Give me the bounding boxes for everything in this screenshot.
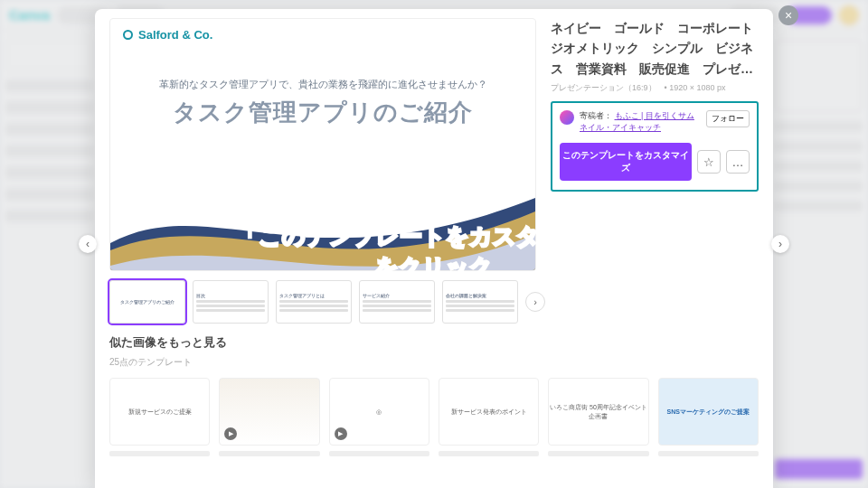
template-action-box: 寄稿者： もふこ | 目を引くサムネイル・アイキャッチ フォロー このテンプレー… <box>551 101 759 192</box>
slide-thumb-2[interactable]: タスク管理アプリとは <box>276 280 352 324</box>
thumbs-next-button[interactable]: › <box>525 292 545 312</box>
similar-card-1[interactable]: ▶ <box>219 378 319 446</box>
play-icon: ▶ <box>335 427 347 440</box>
slide-thumb-4[interactable]: 会社の課題と解決案 <box>442 280 518 324</box>
author-avatar[interactable] <box>560 110 574 125</box>
slide-title: タスク管理アプリのご紹介 <box>121 97 524 128</box>
star-icon: ☆ <box>703 155 714 169</box>
slide-wave-graphic <box>110 180 535 270</box>
similar-card-3[interactable]: 新サービス発表のポイント <box>439 378 539 446</box>
author-row: 寄稿者： もふこ | 目を引くサムネイル・アイキャッチ フォロー <box>560 110 750 134</box>
star-button[interactable]: ☆ <box>697 150 721 174</box>
slide-thumb-0[interactable]: タスク管理アプリのご紹介 <box>109 280 185 324</box>
brand-circle-icon <box>123 30 133 40</box>
next-template-button[interactable]: › <box>771 235 789 253</box>
similar-templates-grid: 新規サービスのご提案▶◎▶新サービス発表のポイントいろこ商店街 50周年記念イベ… <box>95 369 773 446</box>
more-icon: … <box>732 155 744 169</box>
slide-thumb-1[interactable]: 目次 <box>193 280 269 324</box>
slide-thumb-3[interactable]: サービス紹介 <box>359 280 435 324</box>
brand-name: Salford & Co. <box>138 28 212 42</box>
template-tags: ネイビー ゴールド コーポレート ジオメトリック シンプル ビジネス 営業資料 … <box>551 18 759 79</box>
customize-template-button[interactable]: このテンプレートをカスタマイズ <box>560 143 692 181</box>
similar-card-4[interactable]: いろこ商店街 50周年記念イベント 企画書 <box>548 378 648 446</box>
similar-card-0[interactable]: 新規サービスのご提案 <box>109 378 210 446</box>
template-meta: プレゼンテーション（16:9） • 1920 × 1080 px <box>551 82 759 94</box>
similar-card-2[interactable]: ◎▶ <box>329 378 429 446</box>
author-label: 寄稿者： <box>580 111 612 120</box>
similar-count: 25点のテンプレート <box>109 356 759 369</box>
slide-preview[interactable]: Salford & Co. 革新的なタスク管理アプリで、貴社の業務を飛躍的に進化… <box>109 18 536 271</box>
similar-section-title: 似た画像をもっと見る <box>109 334 759 351</box>
similar-card-5[interactable]: SNSマーケティングのご提案 <box>658 378 759 446</box>
template-preview: Salford & Co. 革新的なタスク管理アプリで、貴社の業務を飛躍的に進化… <box>109 18 536 271</box>
slide-subtitle: 革新的なタスク管理アプリで、貴社の業務を飛躍的に進化させませんか？ <box>110 78 535 91</box>
close-modal-button[interactable]: × <box>778 5 798 25</box>
prev-template-button[interactable]: ‹ <box>79 235 97 253</box>
slide-thumbnails: タスク管理アプリのご紹介目次タスク管理アプリとはサービス紹介会社の課題と解決案› <box>95 271 773 333</box>
follow-button[interactable]: フォロー <box>706 110 750 127</box>
more-options-button[interactable]: … <box>726 150 750 174</box>
play-icon: ▶ <box>224 427 237 440</box>
template-modal: Salford & Co. 革新的なタスク管理アプリで、貴社の業務を飛躍的に進化… <box>95 9 773 488</box>
brand-mark: Salford & Co. <box>110 19 535 51</box>
